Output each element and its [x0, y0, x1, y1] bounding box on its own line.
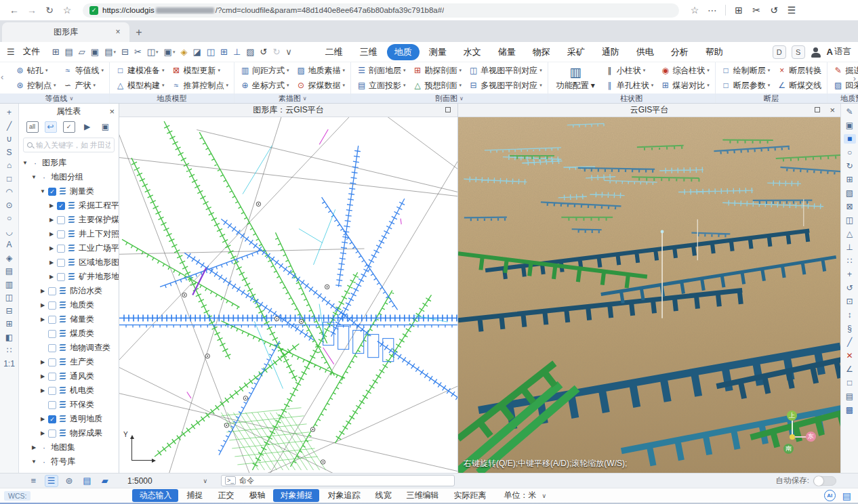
user-icon[interactable] [811, 47, 821, 58]
list-view-icon[interactable]: ≡ [26, 475, 40, 487]
map-3d-canvas[interactable]: 右键旋转(Q/E);中键平移(A/D);滚轮缩放(W/S); 上 东 南 [458, 117, 840, 473]
browser-menu-icon[interactable]: ☰ [784, 3, 799, 18]
window-s-button[interactable]: S [792, 45, 805, 59]
ribbon-category-素描图[interactable]: 素描图∨ [234, 93, 350, 103]
polyline-icon[interactable]: ╱ [7, 122, 12, 131]
tree-item-矿井地形地质图[interactable]: ▶矿井地形地质图 [19, 270, 119, 284]
ribbon-scroll-left-icon[interactable]: ‹ [1, 72, 3, 82]
stack-icon[interactable]: ◈ [178, 45, 190, 60]
text-icon[interactable]: A [6, 240, 12, 249]
search-box[interactable] [23, 138, 115, 152]
tree-item-主要保护煤柱图[interactable]: ▶主要保护煤柱图 [19, 213, 119, 227]
tab-采矿[interactable]: 采矿 [560, 44, 592, 60]
tab-三维[interactable]: 三维 [352, 44, 385, 60]
ribbon-button-断层转换[interactable]: ×断层转换 [774, 64, 824, 77]
ribbon-button-坐标方式[interactable]: ⊕坐标方式▾ [237, 79, 292, 92]
tree-item-煤质类[interactable]: 煤质类 [19, 327, 119, 341]
new-doc-icon[interactable]: ⊞ [49, 45, 62, 60]
tab-水文[interactable]: 水文 [456, 44, 489, 60]
window-d-button[interactable]: D [773, 45, 786, 59]
ribbon-button-多视图平剖对应[interactable]: ⊟多视图平剖对应▾ [466, 79, 545, 92]
box-3d-icon[interactable]: ▧ [844, 188, 856, 198]
copy-icon[interactable]: ◫▾ [144, 45, 161, 60]
browser-tab[interactable]: 图形库 × [2, 22, 129, 42]
layer-checkbox[interactable] [57, 259, 65, 267]
expand-closed-icon[interactable]: ▶ [39, 302, 46, 308]
expand-open-icon[interactable]: ▼ [30, 459, 37, 465]
ribbon-category-等值线[interactable]: 等值线∨ [9, 93, 109, 103]
layer-checkbox[interactable]: ✓ [48, 415, 56, 423]
print-icon[interactable]: ⊟ [119, 45, 131, 60]
expand-closed-icon[interactable]: ▶ [48, 259, 55, 266]
ribbon-button-立面投影[interactable]: ▤立面投影▾ [354, 79, 409, 92]
search-input[interactable] [36, 141, 110, 149]
more-icon[interactable]: ∨ [283, 45, 295, 60]
gizmo-south-label[interactable]: 南 [783, 444, 794, 454]
expand-closed-icon[interactable]: ▶ [39, 373, 46, 379]
tree-item-采掘工程平面图[interactable]: ▶✓采掘工程平面图 [19, 198, 119, 213]
layer-checkbox[interactable] [48, 316, 56, 324]
expand-closed-icon[interactable]: ▶ [48, 231, 55, 237]
gizmo-up-label[interactable]: 上 [787, 411, 797, 421]
tree-item-透明地质[interactable]: ▶✓透明地质 [19, 412, 119, 426]
expand-open-icon[interactable]: ▼ [39, 188, 46, 194]
status-toggle-对象追踪[interactable]: 对象追踪 [321, 489, 367, 502]
dots-grid-icon[interactable]: ∷ [7, 346, 12, 355]
tab-帮助[interactable]: 帮助 [698, 44, 731, 60]
layer-checkbox[interactable] [57, 216, 65, 224]
expand-closed-icon[interactable]: ▶ [48, 274, 55, 280]
sync-icon[interactable]: ↩ [45, 121, 57, 133]
window2-icon[interactable]: ⊞ [218, 45, 230, 60]
tree-item-符号库[interactable]: ▼·符号库 [19, 455, 119, 469]
window-icon[interactable]: ◫ [204, 45, 218, 60]
tree-item-生产类[interactable]: ▶生产类 [19, 355, 119, 369]
scale-dropdown[interactable]: 1:5000 ∨ [127, 476, 207, 486]
language-button[interactable]: A 语言 [827, 46, 851, 58]
copy-tool-icon[interactable]: ▣ [100, 121, 112, 133]
expand-closed-icon[interactable]: ▶ [39, 416, 46, 422]
layer-checkbox[interactable] [57, 273, 65, 281]
close-tab-icon[interactable]: × [113, 27, 123, 37]
expand-open-icon[interactable]: ▼ [30, 174, 37, 180]
ribbon-button-建模准备[interactable]: □建模准备▾ [113, 64, 167, 77]
layer-checkbox[interactable] [48, 429, 56, 438]
redo-icon[interactable]: ↻ [270, 45, 283, 60]
app-menu-icon[interactable]: ☰ [7, 47, 15, 57]
expand-closed-icon[interactable]: ▶ [39, 288, 46, 294]
layer-checkbox[interactable] [48, 344, 56, 352]
mirror-icon[interactable]: △ [844, 229, 856, 238]
ribbon-button-断煤交线[interactable]: ∠断煤交线 [774, 79, 824, 92]
status-toggle-动态输入[interactable]: 动态输入 [132, 489, 178, 502]
expand-closed-icon[interactable]: ▶ [48, 245, 55, 251]
split-line-icon[interactable]: ╱ [844, 337, 856, 347]
ribbon-button-勘探剖面[interactable]: ⊞勘探剖面▾ [410, 64, 465, 77]
ribbon-button-产状[interactable]: ∽产状▾ [60, 79, 107, 92]
doc-view-icon[interactable]: ▤ [80, 475, 94, 487]
ribbon-button-等值线[interactable]: ≈等值线▾ [60, 64, 107, 77]
tree-item-地图分组[interactable]: ▼·地图分组 [19, 170, 119, 184]
tab-二维[interactable]: 二维 [318, 44, 350, 60]
align-columns-icon[interactable]: ◫ [5, 293, 13, 302]
sidebar-close-icon[interactable]: × [109, 106, 115, 117]
command-input[interactable]: >_ 命令 [221, 475, 455, 486]
forward-icon[interactable]: → [24, 3, 39, 18]
tree-item-工业广场平面图[interactable]: ▶工业广场平面图 [19, 241, 119, 255]
measure-icon[interactable]: ∠ [844, 364, 856, 374]
expand-closed-icon[interactable]: ▶ [39, 387, 46, 394]
ribbon-button-剖面地层[interactable]: ☰剖面地层▾ [354, 64, 409, 77]
status-toggle-极轴[interactable]: 极轴 [242, 489, 272, 502]
lasso-icon[interactable]: ∪ [6, 135, 12, 144]
ribbon-button-钻孔[interactable]: ⊚钻孔▾ [12, 64, 59, 77]
align-rows-icon[interactable]: ⊟ [5, 307, 12, 316]
tab-供电[interactable]: 供电 [629, 44, 661, 60]
tree-item-地图集[interactable]: ▶·地图集 [19, 440, 119, 455]
tree-item-地质类[interactable]: ▶地质类 [19, 298, 119, 312]
apps-grid-icon[interactable]: ⊞ [731, 3, 746, 18]
expand-closed-icon[interactable]: ▶ [48, 203, 55, 209]
ribbon-button-模型构建[interactable]: △模型构建▾ [113, 79, 167, 92]
align-top-icon[interactable]: ▤ [5, 267, 13, 276]
scale-1-1-icon[interactable]: 1:1 [3, 360, 15, 369]
pattern-icon[interactable]: ◈ [6, 254, 12, 263]
layer-checkbox[interactable] [48, 330, 56, 338]
ai-assistant-icon[interactable]: AI [824, 490, 836, 501]
